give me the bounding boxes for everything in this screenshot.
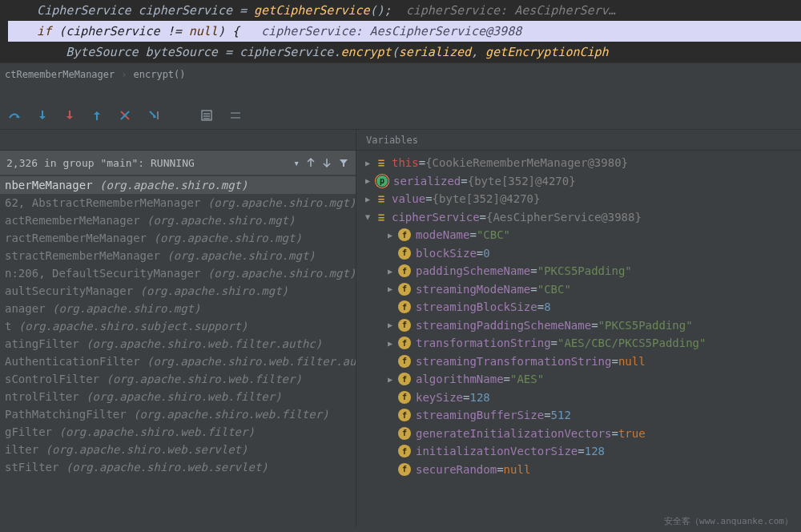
variable-name: value bbox=[392, 192, 425, 205]
variable-row[interactable]: fstreamingBufferSize = 512 bbox=[356, 406, 801, 425]
object-icon: ≡ bbox=[376, 194, 387, 204]
code-editor[interactable]: CipherService cipherService = getCipherS… bbox=[0, 0, 801, 62]
variable-row[interactable]: fkeySize = 128 bbox=[356, 389, 801, 407]
field-icon: f bbox=[398, 300, 411, 313]
evaluate-expression-icon[interactable] bbox=[200, 109, 213, 122]
variable-value: "AES/CBC/PKCS5Padding" bbox=[557, 337, 706, 349]
field-icon: f bbox=[398, 409, 411, 421]
frames-header bbox=[0, 130, 356, 151]
variable-row[interactable]: ▶falgorithmName = "AES" bbox=[356, 370, 801, 389]
variable-name: secureRandom bbox=[416, 463, 497, 476]
variable-row[interactable]: ▶fstreamingModeName = "CBC" bbox=[356, 280, 801, 299]
field-icon: f bbox=[398, 373, 411, 385]
expand-arrow-icon[interactable]: ▶ bbox=[363, 195, 372, 204]
stack-frame[interactable]: t (org.apache.shiro.subject.support) bbox=[0, 317, 356, 335]
variable-row[interactable]: ▶≡value = {byte[352]@4270} bbox=[356, 190, 801, 208]
variable-row[interactable]: ▼≡cipherService = {AesCipherService@3988… bbox=[356, 208, 801, 227]
object-icon: ≡ bbox=[376, 212, 387, 222]
frames-panel: 2,326 in group "main": RUNNING ▾ nberMeM… bbox=[0, 130, 356, 527]
stack-frame[interactable]: AuthenticationFilter (org.apache.shiro.w… bbox=[0, 353, 356, 370]
variable-row[interactable]: finitializationVectorSize = 128 bbox=[356, 442, 801, 461]
thread-selector[interactable]: 2,326 in group "main": RUNNING ▾ bbox=[0, 151, 356, 175]
variable-value: 0 bbox=[483, 247, 489, 260]
expand-arrow-icon[interactable]: ▶ bbox=[385, 339, 395, 348]
variable-row[interactable]: ▶fmodeName = "CBC" bbox=[356, 226, 801, 244]
chevron-right-icon: › bbox=[121, 69, 127, 80]
stack-frame[interactable]: aultSecurityManager (org.apache.shiro.mg… bbox=[0, 282, 356, 300]
filter-icon[interactable] bbox=[338, 157, 349, 168]
stack-frame[interactable]: sControlFilter (org.apache.shiro.web.fil… bbox=[0, 370, 356, 388]
parameter-icon: p bbox=[376, 175, 388, 187]
step-out-icon[interactable] bbox=[91, 109, 103, 122]
variable-name: streamingModeName bbox=[416, 283, 530, 296]
variable-value: 8 bbox=[544, 300, 550, 313]
variable-name: streamingBlockSize bbox=[416, 300, 537, 313]
variable-name: this bbox=[392, 156, 419, 169]
variable-value: {AesCipherService@3988} bbox=[486, 211, 642, 224]
stack-frame[interactable]: gFilter (org.apache.shiro.web.filter) bbox=[0, 423, 356, 441]
field-icon: f bbox=[398, 427, 411, 440]
variable-value: 128 bbox=[469, 391, 489, 404]
variable-row[interactable]: ▶fpaddingSchemeName = "PKCS5Padding" bbox=[356, 262, 801, 280]
expand-arrow-icon[interactable]: ▶ bbox=[385, 267, 395, 276]
variable-value: null bbox=[504, 463, 531, 476]
step-into-icon[interactable] bbox=[37, 109, 48, 122]
stack-frame[interactable]: 62, AbstractRememberMeManager (org.apach… bbox=[0, 194, 356, 212]
variables-tree[interactable]: ▶≡this = {CookieRememberMeManager@3980}▶… bbox=[356, 151, 801, 478]
force-step-into-icon[interactable] bbox=[64, 109, 75, 122]
variable-name: modeName bbox=[416, 228, 469, 241]
variable-row[interactable]: ▶≡this = {CookieRememberMeManager@3980} bbox=[356, 154, 801, 172]
variables-header: Variables bbox=[356, 130, 801, 151]
variable-row[interactable]: fstreamingTransformationString = null bbox=[356, 353, 801, 371]
variable-row[interactable]: fgenerateInitializationVectors = true bbox=[356, 425, 801, 443]
variable-value: 128 bbox=[585, 445, 605, 457]
stack-frame[interactable]: ntrolFilter (org.apache.shiro.web.filter… bbox=[0, 388, 356, 405]
expand-arrow-icon[interactable]: ▶ bbox=[385, 231, 395, 240]
stack-frame[interactable]: stractRememberMeManager (org.apache.shir… bbox=[0, 247, 356, 264]
variable-value: "PKCS5Padding" bbox=[537, 264, 632, 277]
stack-frame[interactable]: n:206, DefaultSecurityManager (org.apach… bbox=[0, 264, 356, 282]
trace-current-stream-chain-icon bbox=[229, 109, 242, 122]
expand-arrow-icon[interactable]: ▶ bbox=[363, 176, 372, 185]
expand-arrow-icon[interactable]: ▼ bbox=[363, 212, 372, 221]
variable-row[interactable]: fstreamingBlockSize = 8 bbox=[356, 298, 801, 316]
next-frame-icon[interactable] bbox=[322, 157, 332, 168]
variable-name: streamingTransformationString bbox=[416, 355, 611, 368]
field-icon: f bbox=[398, 337, 411, 349]
drop-frame-icon[interactable] bbox=[119, 109, 131, 122]
stack-frame[interactable]: ractRememberMeManager (org.apache.shiro.… bbox=[0, 229, 356, 247]
frames-list[interactable]: nberMeManager (org.apache.shiro.mgt)62, … bbox=[0, 175, 356, 476]
variable-row[interactable]: fsecureRandom = null bbox=[356, 461, 801, 479]
stack-frame[interactable]: stFilter (org.apache.shiro.web.servlet) bbox=[0, 458, 356, 476]
variable-name: streamingPaddingSchemeName bbox=[416, 319, 591, 332]
variable-row[interactable]: fblockSize = 0 bbox=[356, 244, 801, 263]
stack-frame[interactable]: atingFilter (org.apache.shiro.web.filter… bbox=[0, 335, 356, 353]
variable-row[interactable]: ▶pserialized = {byte[352]@4270} bbox=[356, 172, 801, 191]
field-icon: f bbox=[398, 445, 411, 457]
expand-arrow-icon[interactable]: ▶ bbox=[385, 284, 395, 293]
prev-frame-icon[interactable] bbox=[306, 157, 316, 168]
variable-name: transformationString bbox=[416, 337, 551, 349]
breadcrumb-item[interactable]: ctRememberMeManager bbox=[5, 69, 115, 80]
step-over-icon[interactable] bbox=[8, 109, 21, 122]
field-icon: f bbox=[398, 391, 411, 404]
code-line: ByteSource byteSource = cipherService.en… bbox=[8, 42, 801, 62]
stack-frame[interactable]: nberMeManager (org.apache.shiro.mgt) bbox=[0, 176, 356, 194]
expand-arrow-icon[interactable]: ▶ bbox=[363, 159, 372, 167]
expand-arrow-icon[interactable]: ▶ bbox=[385, 320, 395, 329]
variable-value: true bbox=[618, 427, 646, 440]
stack-frame[interactable]: anager (org.apache.shiro.mgt) bbox=[0, 300, 356, 317]
variable-name: keySize bbox=[416, 391, 463, 404]
run-to-cursor-icon[interactable] bbox=[147, 109, 160, 122]
stack-frame[interactable]: PathMatchingFilter (org.apache.shiro.web… bbox=[0, 405, 356, 423]
variable-row[interactable]: ▶fstreamingPaddingSchemeName = "PKCS5Pad… bbox=[356, 316, 801, 335]
stack-frame[interactable]: actRememberMeManager (org.apache.shiro.m… bbox=[0, 212, 356, 229]
debug-toolbar bbox=[0, 101, 801, 130]
expand-arrow-icon[interactable]: ▶ bbox=[385, 375, 395, 384]
breadcrumb: ctRememberMeManager › encrypt() bbox=[0, 62, 801, 85]
breadcrumb-item[interactable]: encrypt() bbox=[134, 69, 186, 80]
chevron-down-icon[interactable]: ▾ bbox=[293, 157, 300, 169]
stack-frame[interactable]: ilter (org.apache.shiro.web.servlet) bbox=[0, 441, 356, 458]
variable-row[interactable]: ▶ftransformationString = "AES/CBC/PKCS5P… bbox=[356, 334, 801, 353]
variable-name: algorithmName bbox=[416, 373, 504, 385]
